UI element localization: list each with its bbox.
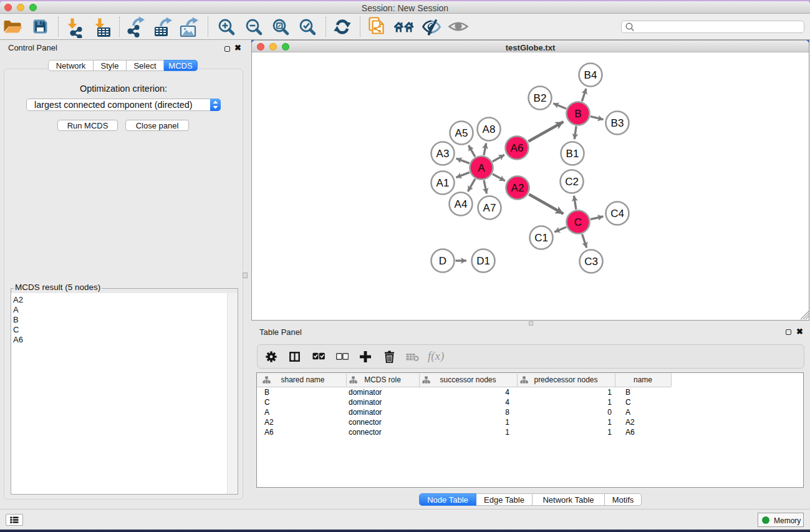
- svg-text:B2: B2: [534, 92, 547, 104]
- svg-text:B3: B3: [611, 117, 624, 129]
- svg-text:C: C: [574, 216, 582, 228]
- svg-text:A7: A7: [483, 202, 496, 214]
- svg-text:A2: A2: [511, 182, 524, 194]
- svg-text:B4: B4: [584, 69, 597, 81]
- svg-text:A1: A1: [436, 177, 450, 189]
- svg-text:A3: A3: [436, 148, 450, 160]
- svg-text:A6: A6: [511, 142, 524, 154]
- svg-text:D: D: [439, 255, 446, 267]
- svg-text:C1: C1: [534, 232, 548, 244]
- svg-text:D1: D1: [476, 255, 490, 267]
- svg-text:A: A: [478, 162, 485, 174]
- svg-text:A5: A5: [455, 127, 468, 139]
- svg-text:B: B: [574, 108, 581, 120]
- svg-text:C4: C4: [610, 208, 624, 220]
- svg-text:A4: A4: [455, 198, 468, 210]
- svg-text:C3: C3: [584, 256, 598, 268]
- svg-text:A8: A8: [483, 123, 496, 135]
- svg-text:B1: B1: [566, 148, 579, 160]
- svg-text:C2: C2: [565, 176, 579, 188]
